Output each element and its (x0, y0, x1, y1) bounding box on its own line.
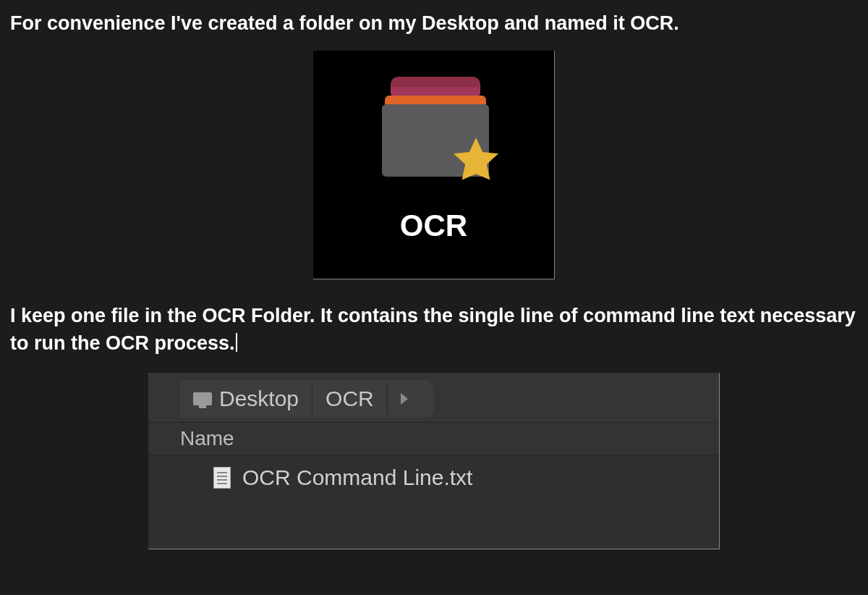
intro-paragraph-2: I keep one file in the OCR Folder. It co… (10, 303, 858, 358)
chevron-right-icon (401, 393, 408, 405)
breadcrumb-current[interactable]: OCR (312, 387, 387, 411)
intro-paragraph-1: For convenience I've created a folder on… (10, 10, 858, 38)
folder-tile-label: OCR (313, 208, 554, 243)
breadcrumb-current-label: OCR (326, 387, 374, 411)
file-manager-window: Desktop OCR Name OCR Command Line.txt (148, 373, 720, 549)
desktop-icon (193, 392, 212, 405)
folder-icon (369, 71, 499, 187)
breadcrumb-desktop[interactable]: Desktop (180, 387, 312, 411)
text-file-icon (213, 467, 231, 489)
favorite-star-icon (448, 133, 503, 188)
file-name: OCR Command Line.txt (242, 465, 472, 490)
breadcrumb-next[interactable] (388, 393, 421, 405)
desktop-folder-tile[interactable]: OCR (313, 51, 555, 279)
file-row[interactable]: OCR Command Line.txt (213, 465, 719, 490)
column-header-name[interactable]: Name (148, 422, 719, 455)
breadcrumb-root-label: Desktop (219, 387, 299, 411)
breadcrumb: Desktop OCR (173, 380, 434, 418)
text-caret (236, 333, 237, 352)
